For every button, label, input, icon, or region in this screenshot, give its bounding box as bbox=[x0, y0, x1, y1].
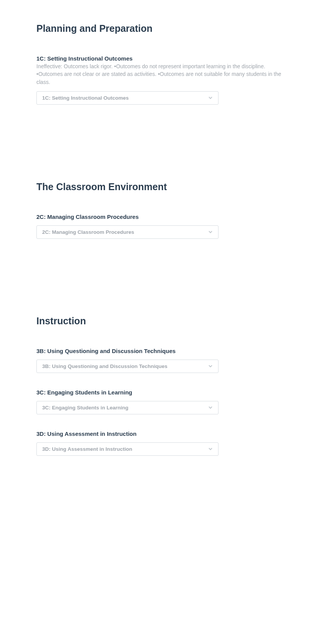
section-planning-preparation: Planning and Preparation 1C: Setting Ins… bbox=[36, 23, 286, 105]
chevron-down-icon bbox=[208, 405, 213, 410]
subsection-1c: 1C: Setting Instructional Outcomes Ineff… bbox=[36, 55, 286, 105]
section-instruction: Instruction 3B: Using Questioning and Di… bbox=[36, 315, 286, 456]
select-3c[interactable]: 3C: Engaging Students in Learning bbox=[36, 401, 219, 414]
subsection-3c: 3C: Engaging Students in Learning 3C: En… bbox=[36, 389, 286, 414]
section-title: Planning and Preparation bbox=[36, 23, 286, 34]
chevron-down-icon bbox=[208, 447, 213, 451]
select-3d[interactable]: 3D: Using Assessment in Instruction bbox=[36, 442, 219, 456]
select-2c[interactable]: 2C: Managing Classroom Procedures bbox=[36, 225, 219, 239]
section-classroom-environment: The Classroom Environment 2C: Managing C… bbox=[36, 181, 286, 239]
subsection-title: 3D: Using Assessment in Instruction bbox=[36, 430, 286, 437]
section-title: Instruction bbox=[36, 315, 286, 327]
select-label: 3B: Using Questioning and Discussion Tec… bbox=[42, 363, 168, 369]
section-title: The Classroom Environment bbox=[36, 181, 286, 192]
subsection-2c: 2C: Managing Classroom Procedures 2C: Ma… bbox=[36, 214, 286, 239]
subsection-title: 2C: Managing Classroom Procedures bbox=[36, 214, 286, 220]
subsection-3b: 3B: Using Questioning and Discussion Tec… bbox=[36, 348, 286, 373]
chevron-down-icon bbox=[208, 230, 213, 234]
chevron-down-icon bbox=[208, 95, 213, 100]
chevron-down-icon bbox=[208, 364, 213, 368]
subsection-3d: 3D: Using Assessment in Instruction 3D: … bbox=[36, 430, 286, 456]
select-label: 3C: Engaging Students in Learning bbox=[42, 405, 128, 411]
select-label: 1C: Setting Instructional Outcomes bbox=[42, 95, 129, 101]
select-label: 3D: Using Assessment in Instruction bbox=[42, 446, 132, 452]
subsection-title: 3B: Using Questioning and Discussion Tec… bbox=[36, 348, 286, 354]
subsection-description: Ineffective: Outcomes lack rigor. •Outco… bbox=[36, 62, 286, 86]
subsection-title: 1C: Setting Instructional Outcomes bbox=[36, 55, 286, 62]
select-3b[interactable]: 3B: Using Questioning and Discussion Tec… bbox=[36, 360, 219, 373]
select-label: 2C: Managing Classroom Procedures bbox=[42, 229, 134, 235]
select-1c[interactable]: 1C: Setting Instructional Outcomes bbox=[36, 91, 219, 105]
subsection-title: 3C: Engaging Students in Learning bbox=[36, 389, 286, 396]
